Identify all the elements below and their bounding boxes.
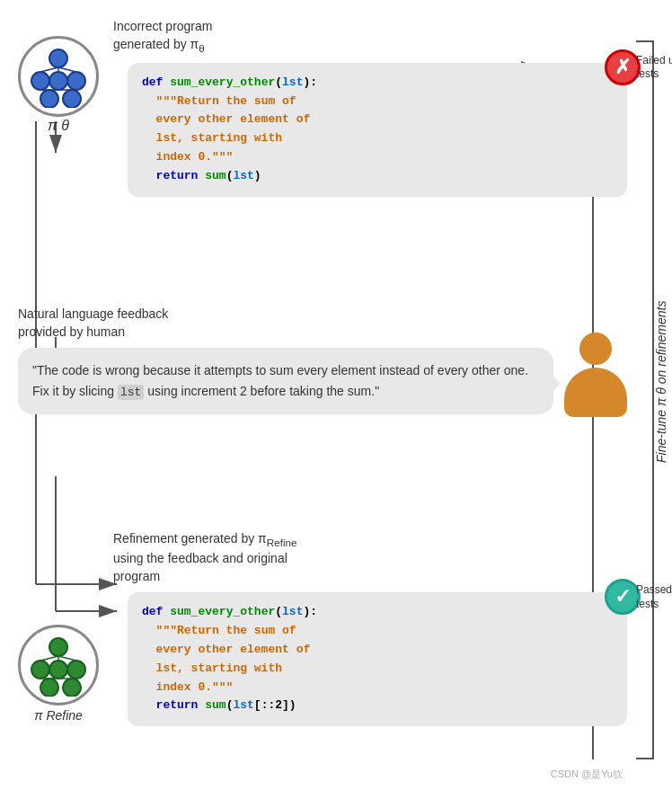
pi-theta-circle: π θ (18, 36, 99, 117)
svg-line-31 (40, 656, 58, 661)
svg-point-13 (31, 72, 49, 90)
svg-point-28 (67, 661, 85, 679)
bottom-section: π Refine Refinement generated by πRefine… (18, 530, 627, 726)
svg-line-18 (40, 67, 58, 72)
right-label: Fine-tune π θ on refinements (654, 45, 668, 719)
middle-section: Natural language feedbackprovided by hum… (18, 306, 627, 417)
svg-point-15 (67, 72, 85, 90)
human-head (579, 333, 612, 365)
svg-point-29 (40, 679, 58, 697)
right-bracket (636, 40, 654, 759)
pi-refine-circle: π Refine (18, 625, 99, 706)
svg-point-25 (49, 638, 67, 656)
top-code-content: def sum_every_other(lst): """Return the … (142, 74, 613, 186)
svg-point-26 (31, 661, 49, 679)
network-graph-green (27, 634, 90, 697)
feedback-area: Natural language feedbackprovided by hum… (18, 306, 553, 414)
svg-point-16 (40, 90, 58, 108)
fail-badge: ✗ (605, 49, 641, 85)
main-container: Fine-tune π θ on refinements (0, 0, 672, 790)
svg-point-12 (49, 49, 67, 67)
bottom-code-label: Refinement generated by πRefineusing the… (113, 530, 627, 585)
svg-point-17 (63, 90, 81, 108)
bottom-code-area: Refinement generated by πRefineusing the… (113, 530, 627, 726)
right-label-text: Fine-tune π θ on refinements (654, 301, 668, 463)
bottom-code-content: def sum_every_other(lst): """Return the … (142, 603, 613, 715)
top-code-label: Incorrect programgenerated by πθ (113, 18, 627, 56)
pass-badge: ✓ (605, 579, 641, 615)
svg-point-14 (49, 72, 67, 90)
bottom-code-box: def sum_every_other(lst): """Return the … (128, 592, 627, 726)
top-section: π θ Incorrect programgenerated by πθ def… (18, 18, 627, 197)
top-code-box: def sum_every_other(lst): """Return the … (128, 63, 627, 197)
network-graph (27, 45, 90, 108)
pass-label: Passed unittests (636, 583, 672, 611)
pi-theta-label: π θ (48, 118, 69, 134)
svg-line-33 (58, 656, 76, 661)
feedback-label: Natural language feedbackprovided by hum… (18, 306, 553, 341)
speech-bubble: "The code is wrong because it attempts t… (18, 348, 553, 414)
pi-refine-label: π Refine (34, 708, 83, 723)
watermark: CSDN @是Yu欤 (551, 768, 623, 781)
svg-line-20 (58, 67, 76, 72)
svg-point-27 (49, 661, 67, 679)
svg-point-30 (63, 679, 81, 697)
human-figure (564, 333, 627, 417)
human-body (564, 368, 627, 417)
fail-label: Failed unittests (636, 54, 672, 82)
